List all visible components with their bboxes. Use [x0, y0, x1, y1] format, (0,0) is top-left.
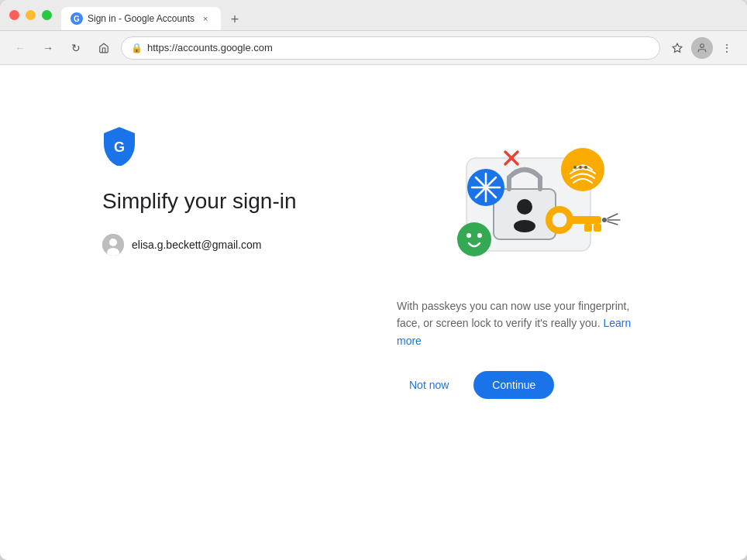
action-buttons: Not now Continue	[397, 371, 554, 399]
tab-favicon: G	[71, 12, 83, 25]
close-window-button[interactable]	[9, 10, 19, 20]
minimize-window-button[interactable]	[26, 10, 36, 20]
continue-button[interactable]: Continue	[473, 371, 554, 399]
passkey-illustration	[397, 127, 629, 282]
traffic-lights	[9, 10, 52, 20]
svg-point-9	[514, 220, 535, 232]
svg-line-27	[608, 214, 618, 218]
svg-rect-23	[584, 224, 592, 232]
svg-marker-0	[673, 43, 682, 52]
svg-point-8	[517, 199, 532, 215]
user-email: elisa.g.beckett@gmail.com	[132, 239, 262, 251]
address-bar[interactable]: 🔒 https://accounts.google.com	[121, 36, 660, 60]
user-avatar	[102, 234, 124, 256]
signin-card: G Simplify your sign-in elisa.g.beckett@…	[56, 96, 691, 430]
browser-window: G Sign in - Google Accounts × + ← → ↻ 🔒 …	[0, 0, 747, 560]
new-tab-button[interactable]: +	[224, 9, 246, 30]
maximize-window-button[interactable]	[42, 10, 52, 20]
svg-point-32	[584, 166, 587, 169]
address-text: https://accounts.google.com	[147, 42, 273, 53]
svg-point-30	[573, 166, 577, 169]
nav-bar: ← → ↻ 🔒 https://accounts.google.com	[0, 31, 747, 65]
bookmark-button[interactable]	[666, 37, 688, 59]
lock-icon: 🔒	[131, 43, 143, 53]
forward-button[interactable]: →	[37, 37, 59, 59]
description-text: With passkeys you can now use your finge…	[397, 297, 645, 349]
svg-point-26	[602, 218, 607, 222]
menu-button[interactable]: ⋮	[716, 37, 738, 59]
svg-point-1	[701, 43, 704, 47]
reload-button[interactable]: ↻	[65, 37, 87, 59]
tab-close-button[interactable]: ×	[199, 12, 212, 25]
right-panel: With passkeys you can now use your finge…	[397, 127, 645, 399]
user-info: elisa.g.beckett@gmail.com	[102, 234, 335, 256]
svg-text:G: G	[114, 139, 125, 155]
svg-point-31	[579, 166, 582, 169]
svg-point-18	[477, 233, 482, 238]
svg-line-28	[608, 222, 618, 225]
svg-point-20	[552, 212, 567, 228]
nav-actions: ⋮	[666, 37, 738, 59]
title-bar: G Sign in - Google Accounts × +	[0, 0, 747, 31]
svg-point-17	[466, 233, 471, 238]
home-button[interactable]	[93, 37, 115, 59]
left-panel: G Simplify your sign-in elisa.g.beckett@…	[102, 127, 335, 399]
svg-point-16	[457, 222, 491, 256]
svg-point-4	[109, 239, 117, 246]
back-button[interactable]: ←	[9, 37, 31, 59]
profile-button[interactable]	[691, 37, 713, 59]
svg-rect-22	[594, 224, 601, 232]
svg-rect-21	[570, 216, 601, 224]
page-title: Simplify your sign-in	[102, 187, 335, 215]
google-shield-logo: G	[102, 127, 136, 166]
page-content: G Simplify your sign-in elisa.g.beckett@…	[0, 65, 747, 560]
tabs-area: G Sign in - Google Accounts × +	[61, 0, 738, 30]
active-tab[interactable]: G Sign in - Google Accounts ×	[61, 7, 221, 30]
not-now-button[interactable]: Not now	[397, 371, 461, 399]
tab-title: Sign in - Google Accounts	[88, 13, 194, 24]
